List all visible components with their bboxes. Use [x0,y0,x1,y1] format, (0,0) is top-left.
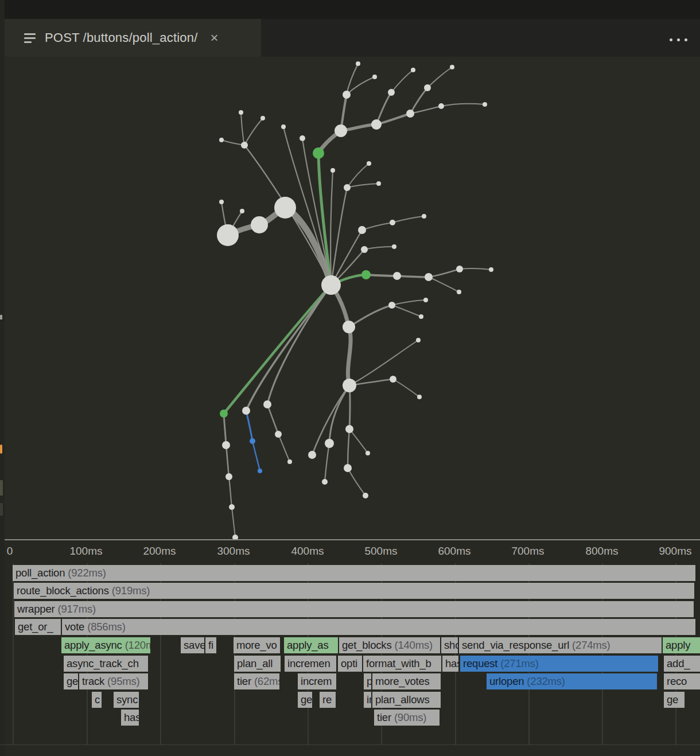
flame-bar-vote[interactable]: vote(856ms) [62,619,695,635]
flame-bar-re[interactable]: re [320,692,336,708]
flame-bar-apply_as[interactable]: apply_as [284,637,338,653]
graph-node[interactable] [330,168,335,173]
graph-node[interactable] [361,270,371,279]
graph-node[interactable] [367,161,371,166]
flame-bar-sho[interactable]: sho [441,637,458,653]
graph-node[interactable] [365,451,370,455]
graph-node[interactable] [376,181,381,186]
flame-bar-track[interactable]: track(95ms) [79,673,148,689]
flame-bar-ir[interactable]: ir [364,692,371,708]
graph-node[interactable] [390,220,395,225]
flame-bar-incremen[interactable]: incremen [285,656,336,672]
graph-node[interactable] [457,290,461,294]
flame-bar-urlopen[interactable]: urlopen(232ms) [487,673,657,689]
flame-bar-p[interactable]: p [364,673,371,689]
graph-node[interactable] [219,200,224,204]
graph-node[interactable] [308,451,316,459]
graph-node[interactable] [325,439,334,448]
flame-bar-reco[interactable]: reco [664,673,700,689]
graph-node[interactable] [335,124,347,137]
flame-chart[interactable]: poll_action(922ms)route_block_actions(91… [0,563,700,745]
graph-node[interactable] [281,124,286,129]
flame-bar-tier[interactable]: tier(90ms) [374,710,440,726]
graph-node[interactable] [388,302,395,309]
flame-bar-ge[interactable]: ge [664,692,685,708]
graph-node[interactable] [456,266,463,272]
flame-bar-plan_all[interactable]: plan_all [234,656,281,672]
flame-bar-poll_action[interactable]: poll_action(922ms) [13,565,695,581]
more-actions-button[interactable] [670,33,687,46]
graph-node[interactable] [242,407,250,415]
graph-node[interactable] [250,438,255,444]
graph-node[interactable] [343,379,356,392]
flame-bar-fi[interactable]: fi [205,637,216,653]
flame-bar-apply[interactable]: apply [663,637,700,653]
flame-bar-add_[interactable]: add_ [664,656,700,672]
graph-node[interactable] [358,226,366,234]
graph-node[interactable] [300,135,305,141]
graph-node[interactable] [287,459,292,464]
graph-node[interactable] [260,116,265,120]
flame-bar-apply_async[interactable]: apply_async(120ms) [61,637,150,653]
graph-node[interactable] [390,376,396,383]
graph-node[interactable] [219,138,224,142]
graph-node[interactable] [263,400,271,408]
graph-node[interactable] [322,479,328,485]
graph-node[interactable] [422,214,426,219]
graph-node[interactable] [411,68,415,72]
graph-node[interactable] [406,110,414,118]
flame-bar-format_with_b[interactable]: format_with_b [363,656,441,672]
tab-poll-action[interactable]: POST /buttons/poll_action/ × [5,19,261,57]
flame-bar-more_vo[interactable]: more_vo [234,637,280,653]
flame-bar-wrapper[interactable]: wrapper(917ms) [14,601,694,617]
graph-node[interactable] [313,147,324,159]
flame-bar-route_block_actions[interactable]: route_block_actions(919ms) [14,583,694,599]
flame-bar-get_blocks[interactable]: get_blocks(140ms) [339,637,440,653]
graph-node[interactable] [392,244,396,249]
graph-node[interactable] [483,102,487,107]
graph-node[interactable] [343,321,355,333]
graph-node[interactable] [417,395,422,399]
flame-bar-more_votes[interactable]: more_votes [372,673,441,689]
graph-node[interactable] [275,431,282,438]
graph-node[interactable] [371,119,382,130]
graph-node[interactable] [423,298,428,302]
graph-node[interactable] [363,493,368,498]
graph-node[interactable] [388,89,395,96]
graph-node[interactable] [220,410,228,418]
graph-node[interactable] [251,216,268,233]
graph-node[interactable] [241,142,248,149]
close-icon[interactable]: × [207,30,222,46]
flame-bar-ge[interactable]: ge [64,673,78,689]
flame-bar-ge[interactable]: ge [298,692,312,708]
graph-node[interactable] [372,75,377,79]
graph-node[interactable] [222,441,230,449]
flame-bar-has[interactable]: has [121,710,139,726]
graph-node[interactable] [356,61,360,66]
graph-node[interactable] [232,535,238,539]
graph-node[interactable] [424,84,431,91]
graph-node[interactable] [229,504,235,510]
graph-node[interactable] [419,314,423,319]
graph-node[interactable] [343,91,351,99]
graph-node[interactable] [217,224,239,246]
graph-node[interactable] [345,425,353,433]
graph-node[interactable] [489,267,493,272]
flame-bar-plan_allows[interactable]: plan_allows [372,692,441,708]
graph-node[interactable] [239,110,243,115]
graph-node[interactable] [361,246,368,253]
graph-node[interactable] [274,197,296,219]
graph-node[interactable] [425,273,433,281]
flame-bar-save[interactable]: save [181,637,204,653]
graph-node[interactable] [393,272,401,280]
graph-node[interactable] [258,469,262,473]
graph-node[interactable] [450,65,454,69]
flame-bar-async_track_ch[interactable]: async_track_ch [64,656,148,672]
graph-node[interactable] [344,184,351,191]
flame-bar-tier[interactable]: tier(62ms) [234,673,279,689]
flame-bar-has[interactable]: has [442,656,458,672]
graph-node[interactable] [416,338,421,342]
graph-node[interactable] [438,103,444,109]
graph-node[interactable] [225,473,232,480]
graph-node[interactable] [240,209,244,213]
